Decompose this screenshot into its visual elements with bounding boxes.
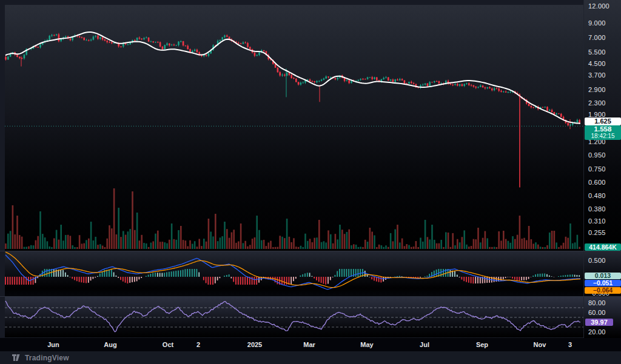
macd-pane[interactable] — [5, 251, 583, 296]
axis-tick-label: 0.380 — [588, 205, 606, 213]
time-axis-label: 2025 — [247, 341, 262, 348]
axis-tick-label: 0.500 — [588, 257, 606, 264]
bar-countdown: 18:42:15 — [585, 133, 621, 139]
tradingview-chart-window: 12.0009.0007.0005.5004.5003.7002.9002.30… — [0, 0, 621, 364]
rsi-value-tag: 39.97 — [585, 319, 613, 326]
rsi-pane[interactable] — [5, 296, 583, 337]
macd-hist-tag: 0.013 — [585, 273, 621, 279]
time-axis-label: 2 — [196, 341, 200, 348]
macd-layer — [5, 251, 583, 296]
axis-tick-label: 80.00 — [588, 299, 606, 306]
ma-value-tag: 1.625 — [585, 117, 621, 125]
axis-tick-label: 20.00 — [588, 328, 606, 336]
time-axis-label: May — [360, 341, 373, 348]
time-axis-label: Sep — [476, 341, 488, 348]
pane-separator[interactable] — [0, 251, 621, 251]
axis-tick-label: 9.000 — [588, 19, 606, 27]
axis-tick-label: 3.700 — [588, 71, 606, 79]
axis-tick-label: 7.000 — [588, 34, 606, 41]
price-axis[interactable]: 12.0009.0007.0005.5004.5003.7002.9002.30… — [583, 0, 621, 338]
axis-tick-label: 0.600 — [588, 179, 606, 186]
time-axis-label: 3 — [568, 341, 572, 348]
time-axis-label: Mar — [303, 341, 315, 348]
time-axis-label: Jul — [420, 341, 429, 348]
axis-tick-label: 1.900 — [588, 111, 606, 118]
axis-tick-label: 60.00 — [588, 309, 606, 316]
price-pane[interactable] — [5, 5, 583, 251]
axis-tick-label: 2.300 — [588, 99, 606, 107]
time-axis-label: Oct — [163, 341, 173, 348]
tradingview-logo-icon[interactable] — [12, 354, 21, 361]
axis-tick-label: 2.900 — [588, 86, 606, 93]
axis-tick-label: 0.950 — [588, 151, 606, 159]
axis-tick-label: 0.255 — [588, 229, 606, 236]
axis-tick-label: 0.750 — [588, 165, 606, 173]
candlestick-volume-layer — [5, 5, 583, 251]
pane-separator[interactable] — [0, 296, 621, 297]
time-axis-label: Aug — [104, 341, 116, 348]
time-axis-label: Nov — [534, 341, 546, 348]
tradingview-logo-text[interactable]: TradingView — [25, 354, 69, 362]
last-price-tag: 1.558 18:42:15 — [585, 125, 621, 140]
time-axis-label: Jun — [47, 341, 59, 348]
rsi-layer — [5, 296, 583, 337]
axis-tick-label: 0.480 — [588, 192, 606, 199]
bottom-bar: TradingView — [0, 351, 621, 364]
macd-line-tag: −0.051 — [585, 280, 621, 286]
axis-tick-label: 4.500 — [588, 60, 606, 67]
axis-tick-label: 5.500 — [588, 48, 606, 56]
volume-value-tag: 414.864K — [585, 243, 621, 251]
axis-tick-label: 0.310 — [588, 217, 606, 225]
time-axis[interactable]: JunAugOct22025MarMayJulSepNov3 — [0, 338, 621, 351]
macd-signal-tag: −0.064 — [585, 287, 621, 294]
axis-tick-label: 12.000 — [588, 2, 609, 10]
